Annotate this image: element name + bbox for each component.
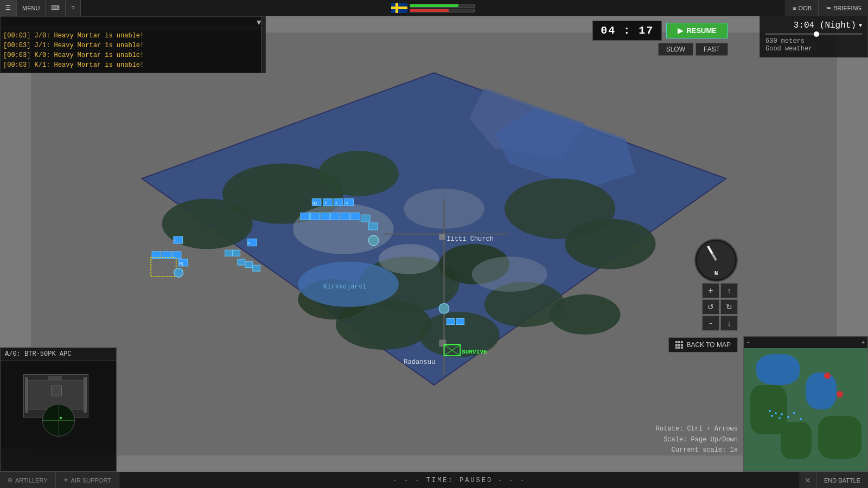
svg-rect-39: [331, 213, 340, 220]
weather-condition-label: Good weather: [765, 45, 862, 53]
svg-rect-55: [233, 250, 240, 256]
minimap-unit-7: [793, 412, 795, 414]
unit-title: A/0: BTR-50PK APC: [5, 350, 71, 358]
svg-rect-36: [301, 213, 310, 220]
health-fill-2: [410, 9, 449, 12]
oob-label: OOB: [799, 5, 812, 11]
help-icon: ?: [71, 5, 74, 11]
fast-button[interactable]: FAST: [695, 43, 728, 56]
rotate-up-button[interactable]: ↑: [720, 283, 738, 298]
minimap-forest-right: [818, 416, 861, 459]
dropdown-arrow-icon[interactable]: ▼: [859, 23, 862, 29]
message-item: [00:03] K/0: Heavy Mortar is unable!: [3, 50, 263, 60]
list-icon: ≔: [825, 4, 831, 11]
bottom-bar: ⊕ ARTILLERY ✈ AIR SUPPORT - - - TIME: PA…: [0, 472, 868, 488]
zoom-in-button[interactable]: +: [702, 283, 719, 298]
map-area[interactable]: Kirkkojärvi Iitti Church Radansuu SURVIV…: [0, 16, 868, 472]
left-track: [25, 377, 28, 413]
artillery-button[interactable]: ⊕ ARTILLERY: [0, 472, 56, 489]
right-track: [84, 377, 87, 413]
end-battle-button[interactable]: END BATTLE: [816, 472, 868, 489]
minimap-unit-6: [787, 416, 789, 418]
close-bottom-button[interactable]: ✕: [800, 472, 816, 489]
keyboard-button[interactable]: ⌨: [46, 0, 66, 16]
minus-icon: -: [709, 318, 712, 328]
slider-track: [765, 33, 862, 35]
back-to-map-button[interactable]: BACK TO MAP: [668, 337, 738, 352]
scale-hint: Scale: Page Up/Down: [656, 435, 738, 445]
svg-rect-38: [321, 213, 330, 220]
artillery-label: ARTILLERY: [15, 477, 48, 484]
status-display: - - - TIME: PAUSED - - -: [119, 477, 800, 484]
svg-rect-43: [368, 223, 378, 230]
time-dropdown: 3:04 (Night) ▼: [765, 21, 862, 30]
top-bar: ☰ MENU ⌨ ? ≡ OOB ≔ BRIEFING: [0, 0, 868, 16]
flag-finland: [391, 3, 407, 13]
visibility-label: 600 meters: [765, 37, 862, 45]
timer-panel: 04 : 17 RESUME SLOW FAST: [588, 16, 732, 60]
rotate-right-button[interactable]: ↻: [720, 299, 738, 314]
hamburger-button[interactable]: ☰: [0, 0, 17, 16]
rotate-hint: Rotate: Ctrl + Arrows: [656, 424, 738, 434]
svg-rect-61: [456, 318, 464, 324]
minimap-unit-2: [771, 415, 773, 417]
minimap-unit-8: [800, 418, 802, 420]
lake-label-svg: Kirkkojärvi: [323, 283, 367, 291]
oob-button[interactable]: ≡ OOB: [786, 0, 818, 16]
minimap-unit-1: [769, 410, 771, 412]
scale-info: Rotate: Ctrl + Arrows Scale: Page Up/Dow…: [656, 424, 738, 455]
health-bar-1: [410, 4, 475, 8]
slow-label: SLOW: [666, 46, 685, 53]
health-fill-1: [410, 4, 458, 7]
minimap-minus-icon[interactable]: −: [746, 340, 750, 346]
status-text: - - - TIME: PAUSED - - -: [393, 477, 526, 484]
unit-panel: A/0: BTR-50PK APC: [0, 347, 117, 472]
compass-needle: [707, 246, 717, 261]
keyboard-icon: ⌨: [51, 4, 60, 11]
resume-button[interactable]: RESUME: [666, 23, 728, 38]
health-bars: [410, 4, 475, 12]
hamburger-icon: ☰: [5, 4, 11, 11]
speed-buttons: SLOW FAST: [658, 43, 728, 56]
slider-handle[interactable]: [814, 31, 819, 37]
church-label-svg: Iitti Church: [446, 235, 494, 243]
menu-label: MENU: [22, 5, 40, 11]
time-label: 3:04 (Night): [794, 21, 856, 30]
minimap-plus-icon[interactable]: +: [861, 340, 865, 346]
minimap-content[interactable]: [744, 348, 867, 471]
resume-label: RESUME: [686, 27, 717, 35]
radar-vertical-line: [59, 404, 59, 436]
minimap-water-top: [756, 354, 800, 385]
timer-display: 04 : 17: [592, 21, 662, 41]
health-bar-2: [410, 9, 475, 12]
minimap-unit-3: [775, 412, 777, 414]
message-scrollbar[interactable]: [261, 17, 265, 73]
help-button[interactable]: ?: [66, 0, 80, 16]
rotate-down-button[interactable]: ↓: [720, 316, 738, 331]
top-right-buttons: ≡ OOB ≔ BRIEFING: [786, 0, 868, 16]
map-svg[interactable]: Kirkkojärvi Iitti Church Radansuu SURVIV…: [0, 33, 868, 455]
air-support-button[interactable]: ✈ AIR SUPPORT: [56, 472, 119, 489]
svg-text:×: ×: [346, 202, 348, 206]
svg-rect-51: [172, 252, 181, 259]
visibility-slider: [765, 33, 862, 35]
svg-text:×: ×: [248, 242, 250, 246]
minimap-header: − +: [744, 337, 867, 348]
zoom-out-button[interactable]: -: [702, 316, 719, 331]
survive-label-svg: SURVIVE: [462, 349, 487, 355]
unit-panel-header: A/0: BTR-50PK APC: [1, 348, 116, 361]
message-item: [00:03] J/0: Heavy Mortar is unable!: [3, 31, 263, 41]
vehicle-top-detail: [48, 376, 62, 380]
menu-button[interactable]: MENU: [17, 0, 46, 16]
svg-point-59: [439, 304, 449, 314]
compass-inner: N: [697, 241, 735, 279]
slow-button[interactable]: SLOW: [658, 43, 693, 56]
current-scale: Current scale: 1x: [656, 445, 738, 455]
svg-rect-54: [225, 250, 233, 256]
top-center: [81, 3, 786, 13]
air-support-label: AIR SUPPORT: [71, 477, 111, 484]
lines-icon: ≡: [793, 5, 796, 11]
weather-panel: 3:04 (Night) ▼ 600 meters Good weather: [760, 16, 868, 57]
rotate-left-button[interactable]: ↺: [702, 299, 719, 314]
briefing-button[interactable]: ≔ BRIEFING: [818, 0, 868, 16]
